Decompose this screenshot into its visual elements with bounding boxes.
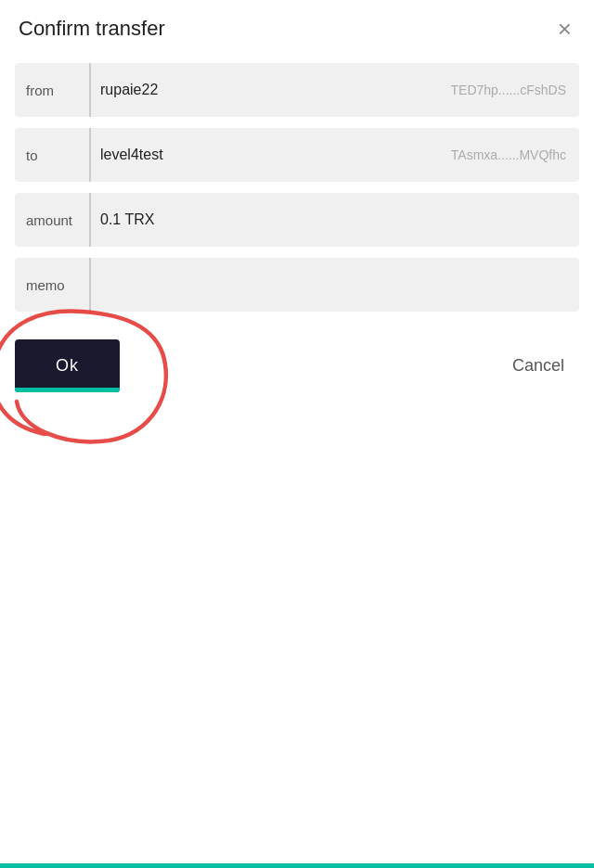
amount-row: amount 0.1 TRX: [15, 193, 579, 247]
memo-row: memo: [15, 258, 579, 312]
amount-label: amount: [15, 212, 89, 228]
close-button[interactable]: ×: [554, 17, 575, 41]
dialog-body: from rupaie22 TED7hp......cFshDS to leve…: [0, 54, 594, 312]
memo-label: memo: [15, 277, 89, 293]
dialog-actions: Ok Cancel: [0, 323, 594, 402]
dialog-header: Confirm transfer ×: [0, 0, 594, 54]
to-secondary: TAsmxa......MVQfhc: [451, 147, 579, 162]
confirm-transfer-dialog: Confirm transfer × from rupaie22 TED7hp.…: [0, 0, 594, 868]
to-label: to: [15, 147, 89, 163]
from-label: from: [15, 83, 89, 98]
to-value: level4test: [91, 134, 451, 176]
from-value: rupaie22: [91, 69, 451, 111]
cancel-button[interactable]: Cancel: [497, 347, 579, 385]
to-row: to level4test TAsmxa......MVQfhc: [15, 128, 579, 182]
ok-button[interactable]: Ok: [15, 339, 120, 392]
from-row: from rupaie22 TED7hp......cFshDS: [15, 63, 579, 117]
from-secondary: TED7hp......cFshDS: [451, 83, 579, 97]
ok-btn-wrapper: Ok: [15, 339, 120, 392]
amount-value: 0.1 TRX: [91, 198, 579, 241]
dialog-title: Confirm transfer: [19, 17, 165, 41]
bottom-bar: [0, 863, 594, 868]
memo-value: [91, 272, 579, 298]
